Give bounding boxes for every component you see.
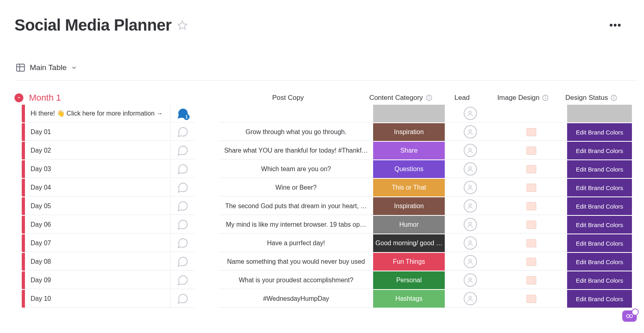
design-status-cell[interactable]: Edit Brand Colors xyxy=(567,216,632,234)
comments-button[interactable] xyxy=(171,271,195,289)
post-copy-cell[interactable]: Have a purrfect day! xyxy=(219,234,373,252)
lead-cell[interactable] xyxy=(445,123,495,141)
image-design-cell[interactable] xyxy=(495,123,567,141)
post-copy-cell[interactable]: Wine or Beer? xyxy=(219,179,373,196)
item-name-cell[interactable]: Day 06 xyxy=(25,216,171,234)
item-name-cell[interactable]: Day 04 xyxy=(25,179,171,196)
row-accent xyxy=(22,179,25,196)
spacer xyxy=(195,290,219,308)
design-status-cell[interactable]: Edit Brand Colors xyxy=(567,160,632,178)
comments-button[interactable] xyxy=(171,197,195,215)
favorite-star-icon[interactable] xyxy=(177,20,188,31)
post-copy-cell[interactable]: Share what YOU are thankful for today! #… xyxy=(219,142,373,159)
comments-button[interactable] xyxy=(171,234,195,252)
group-name[interactable]: Month 1 xyxy=(29,93,211,103)
spacer xyxy=(195,216,219,234)
comments-button[interactable] xyxy=(171,123,195,141)
info-icon[interactable] xyxy=(542,94,549,101)
lead-cell[interactable] xyxy=(445,290,495,308)
content-category-cell[interactable]: Hashtags xyxy=(373,290,445,308)
post-copy-cell[interactable]: Which team are you on? xyxy=(219,160,373,178)
content-category-cell[interactable]: Inspiration xyxy=(373,123,445,141)
lead-cell[interactable] xyxy=(445,271,495,289)
design-status-cell[interactable]: Edit Brand Colors xyxy=(567,142,632,159)
content-category-cell[interactable]: Fun Things xyxy=(373,253,445,271)
image-design-cell[interactable] xyxy=(495,142,567,159)
lead-cell[interactable] xyxy=(445,234,495,252)
column-header-lead[interactable]: Lead xyxy=(437,94,487,102)
item-name-cell[interactable]: Day 07 xyxy=(25,234,171,252)
content-category-cell[interactable]: Personal xyxy=(373,271,445,289)
design-status-cell[interactable]: Edit Brand Colors xyxy=(567,234,632,252)
post-copy-cell[interactable]: The second God puts that dream in your h… xyxy=(219,197,373,215)
info-icon[interactable] xyxy=(610,94,617,101)
content-category-cell[interactable]: Good morning/ good … xyxy=(373,234,445,252)
design-status-cell[interactable]: Edit Brand Colors xyxy=(567,197,632,215)
content-category-cell[interactable]: Share xyxy=(373,142,445,159)
post-copy-cell[interactable]: Name something that you would never buy … xyxy=(219,253,373,271)
post-copy-cell[interactable]: Grow through what you go through. xyxy=(219,123,373,141)
image-design-cell[interactable] xyxy=(495,234,567,252)
lead-cell[interactable] xyxy=(445,142,495,159)
image-design-cell[interactable] xyxy=(495,105,567,122)
comments-button[interactable] xyxy=(171,160,195,178)
image-design-cell[interactable] xyxy=(495,253,567,271)
design-status-cell[interactable]: Edit Brand Colors xyxy=(567,179,632,196)
view-name[interactable]: Main Table xyxy=(30,63,67,72)
comment-bubble-icon xyxy=(177,163,189,175)
design-status-cell[interactable]: Edit Brand Colors xyxy=(567,290,632,308)
spacer xyxy=(195,234,219,252)
content-category-cell[interactable]: Inspiration xyxy=(373,197,445,215)
comments-button[interactable] xyxy=(171,253,195,271)
comment-bubble-icon xyxy=(177,256,189,268)
post-copy-cell[interactable]: #WednesdayHumpDay xyxy=(219,290,373,308)
item-name-cell[interactable]: Day 03 xyxy=(25,160,171,178)
content-category-cell[interactable]: Questions xyxy=(373,160,445,178)
column-header-postcopy[interactable]: Post Copy xyxy=(211,94,365,102)
lead-cell[interactable] xyxy=(445,105,495,122)
lead-cell[interactable] xyxy=(445,179,495,196)
column-header-designstatus[interactable]: Design Status xyxy=(559,94,624,102)
comments-button[interactable] xyxy=(171,290,195,308)
image-design-cell[interactable] xyxy=(495,160,567,178)
lead-cell[interactable] xyxy=(445,253,495,271)
comments-button[interactable] xyxy=(171,179,195,196)
image-thumbnail-icon xyxy=(526,276,536,284)
more-options-icon[interactable]: ••• xyxy=(609,19,638,31)
info-icon[interactable] xyxy=(425,94,433,101)
content-category-cell[interactable]: This or That xyxy=(373,179,445,196)
post-copy-cell[interactable]: My mind is like my internet browser. 19 … xyxy=(219,216,373,234)
image-design-cell[interactable] xyxy=(495,197,567,215)
image-design-cell[interactable] xyxy=(495,290,567,308)
image-design-cell[interactable] xyxy=(495,179,567,196)
post-copy-cell[interactable] xyxy=(219,105,373,122)
comments-button[interactable]: 1 xyxy=(171,105,195,122)
column-header-imagedesign[interactable]: Image Design xyxy=(487,94,559,102)
lead-cell[interactable] xyxy=(445,197,495,215)
item-name-cell[interactable]: Day 09 xyxy=(25,271,171,289)
item-name-cell[interactable]: Hi there! 👋 Click here for more informat… xyxy=(25,105,171,122)
design-status-cell[interactable]: Edit Brand Colors xyxy=(567,271,632,289)
lead-cell[interactable] xyxy=(445,216,495,234)
group-collapse-toggle[interactable] xyxy=(14,93,23,102)
person-avatar-icon xyxy=(464,125,477,139)
image-design-cell[interactable] xyxy=(495,271,567,289)
help-widget-icon[interactable] xyxy=(622,310,637,322)
lead-cell[interactable] xyxy=(445,160,495,178)
comments-button[interactable] xyxy=(171,216,195,234)
chevron-down-icon[interactable] xyxy=(71,64,77,71)
item-name-cell[interactable]: Day 01 xyxy=(25,123,171,141)
design-status-cell[interactable]: Edit Brand Colors xyxy=(567,253,632,271)
column-header-category[interactable]: Content Category xyxy=(365,94,437,102)
image-design-cell[interactable] xyxy=(495,216,567,234)
comments-button[interactable] xyxy=(171,142,195,159)
item-name-cell[interactable]: Day 10 xyxy=(25,290,171,308)
content-category-cell[interactable] xyxy=(373,105,445,122)
design-status-cell[interactable]: Edit Brand Colors xyxy=(567,123,632,141)
item-name-cell[interactable]: Day 05 xyxy=(25,197,171,215)
item-name-cell[interactable]: Day 08 xyxy=(25,253,171,271)
content-category-cell[interactable]: Humor xyxy=(373,216,445,234)
design-status-cell[interactable] xyxy=(567,105,632,122)
item-name-cell[interactable]: Day 02 xyxy=(25,142,171,159)
post-copy-cell[interactable]: What is your proudest accomplishment? xyxy=(219,271,373,289)
